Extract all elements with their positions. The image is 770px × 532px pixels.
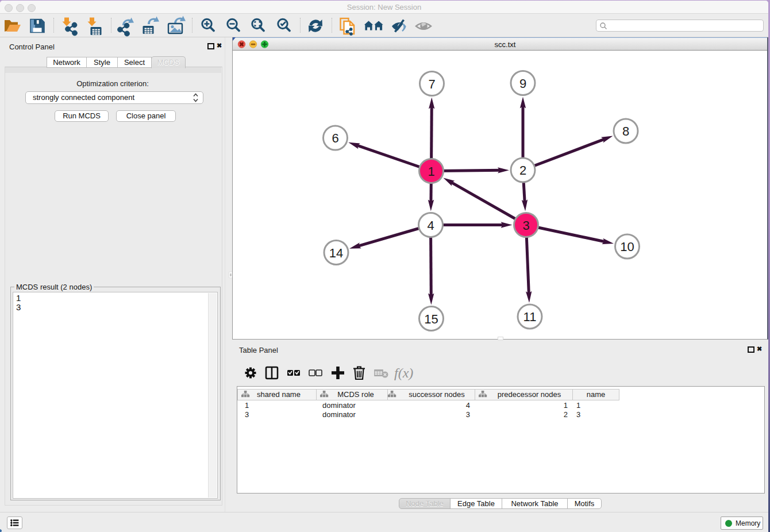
svg-text:4: 4 — [427, 218, 434, 233]
svg-text:6: 6 — [332, 131, 338, 145]
svg-text:1: 1 — [245, 401, 249, 410]
svg-text:4: 4 — [466, 401, 470, 410]
svg-text:name: name — [587, 390, 606, 399]
svg-text:3: 3 — [576, 410, 580, 419]
svg-text:9: 9 — [519, 76, 526, 91]
svg-text:successor nodes: successor nodes — [409, 390, 465, 399]
svg-text:shared name: shared name — [257, 390, 301, 399]
svg-text:2: 2 — [564, 410, 568, 419]
svg-text:15: 15 — [424, 312, 438, 326]
svg-text:predecessor nodes: predecessor nodes — [498, 390, 561, 399]
svg-text:1: 1 — [576, 401, 580, 410]
svg-text:11: 11 — [523, 310, 537, 324]
svg-text:10: 10 — [620, 240, 634, 254]
svg-text:dominator: dominator — [322, 410, 356, 419]
svg-text:8: 8 — [622, 124, 629, 138]
svg-text:3: 3 — [466, 410, 470, 419]
svg-text:14: 14 — [329, 246, 343, 260]
svg-text:7: 7 — [428, 77, 435, 91]
svg-text:3: 3 — [245, 410, 249, 419]
svg-text:MCDS role: MCDS role — [337, 390, 374, 399]
svg-text:2: 2 — [519, 163, 526, 178]
svg-text:3: 3 — [522, 218, 529, 233]
svg-text:f(x): f(x) — [394, 365, 413, 380]
svg-text:dominator: dominator — [322, 401, 356, 410]
svg-text:1: 1 — [428, 164, 434, 179]
svg-text:1: 1 — [564, 401, 568, 410]
